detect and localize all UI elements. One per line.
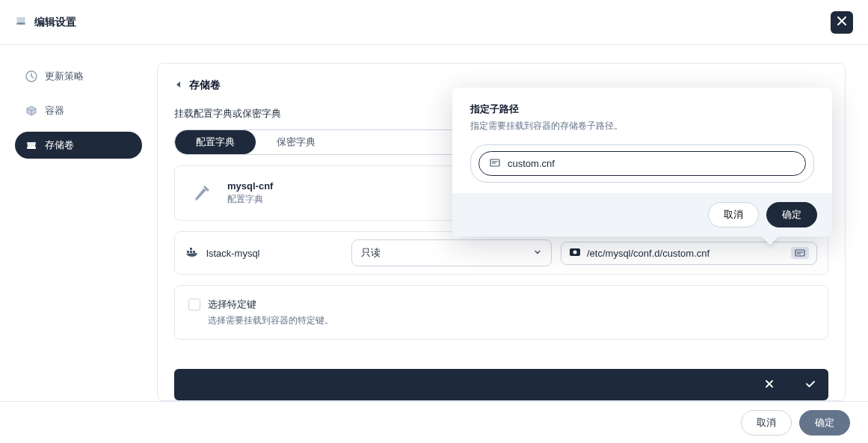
mount-container: lstack-mysql bbox=[185, 245, 342, 261]
close-button[interactable] bbox=[831, 11, 853, 34]
sidebar-item-label: 存储卷 bbox=[45, 138, 74, 152]
docker-icon bbox=[185, 245, 199, 261]
specific-keys-checkbox[interactable] bbox=[188, 299, 200, 311]
chevron-down-icon bbox=[533, 248, 542, 259]
svg-rect-11 bbox=[797, 252, 803, 253]
specific-keys-card: 选择特定键 选择需要挂载到容器的特定键。 bbox=[174, 285, 828, 340]
sidebar: 更新策略 容器 存储卷 bbox=[0, 45, 157, 401]
popover-confirm-button[interactable]: 确定 bbox=[766, 202, 817, 227]
popover-title: 指定子路径 bbox=[470, 103, 814, 116]
sidebar-item-label: 容器 bbox=[45, 104, 64, 117]
modal-footer: 取消 确定 bbox=[0, 401, 868, 443]
svg-rect-10 bbox=[795, 250, 804, 256]
svg-rect-3 bbox=[27, 147, 36, 149]
popover-body: 指定子路径 指定需要挂载到容器的存储卷子路径。 bbox=[452, 88, 832, 193]
subpath-input[interactable] bbox=[508, 158, 795, 169]
specific-keys-text: 选择特定键 选择需要挂载到容器的特定键。 bbox=[208, 298, 333, 327]
dismiss-icon[interactable] bbox=[764, 379, 775, 391]
svg-rect-12 bbox=[797, 254, 801, 254]
confirm-button[interactable]: 确定 bbox=[799, 410, 850, 436]
svg-rect-4 bbox=[187, 251, 189, 253]
svg-rect-5 bbox=[190, 251, 192, 253]
svg-rect-7 bbox=[190, 248, 192, 250]
mount-mode-select[interactable]: 只读 bbox=[351, 239, 552, 266]
mount-path-input-wrap[interactable] bbox=[561, 242, 817, 265]
popover-input-outer bbox=[470, 144, 814, 183]
svg-rect-6 bbox=[193, 251, 195, 253]
back-icon[interactable] bbox=[174, 80, 183, 91]
modal-header: 编辑设置 bbox=[0, 0, 868, 45]
check-icon[interactable] bbox=[804, 378, 816, 392]
popover-desc: 指定需要挂载到容器的存储卷子路径。 bbox=[470, 120, 814, 132]
popover-footer: 取消 确定 bbox=[452, 193, 832, 236]
config-type: 配置字典 bbox=[227, 193, 273, 206]
mount-row: lstack-mysql 只读 bbox=[174, 231, 828, 275]
action-bar bbox=[174, 369, 828, 400]
panel-title: 存储卷 bbox=[189, 79, 221, 92]
config-name: mysql-cnf bbox=[227, 180, 273, 192]
path-prefix-icon bbox=[569, 247, 581, 260]
subpath-field-icon bbox=[490, 158, 500, 169]
popover-cancel-button[interactable]: 取消 bbox=[708, 202, 759, 227]
volume-icon bbox=[25, 139, 37, 151]
popover-input-inner[interactable] bbox=[478, 151, 806, 176]
specific-keys-title: 选择特定键 bbox=[208, 298, 333, 311]
container-icon bbox=[25, 105, 37, 117]
modal-title: 编辑设置 bbox=[34, 16, 76, 29]
svg-rect-1 bbox=[19, 23, 23, 24]
cancel-button[interactable]: 取消 bbox=[741, 410, 792, 436]
svg-rect-14 bbox=[492, 162, 498, 162]
specific-keys-row: 选择特定键 选择需要挂载到容器的特定键。 bbox=[188, 298, 814, 327]
mount-mode-value: 只读 bbox=[361, 246, 381, 260]
sidebar-item-label: 更新策略 bbox=[45, 70, 84, 83]
config-item-text: mysql-cnf 配置字典 bbox=[227, 180, 273, 206]
hammer-icon bbox=[188, 180, 215, 207]
tab-configmap[interactable]: 配置字典 bbox=[175, 130, 256, 154]
subpath-popover: 指定子路径 指定需要挂载到容器的存储卷子路径。 取消 确定 bbox=[452, 88, 832, 236]
specific-keys-desc: 选择需要挂载到容器的特定键。 bbox=[208, 314, 333, 327]
header-left: 编辑设置 bbox=[15, 15, 76, 29]
sidebar-item-update-policy[interactable]: 更新策略 bbox=[15, 63, 142, 90]
sidebar-item-container[interactable]: 容器 bbox=[15, 97, 142, 124]
disk-icon bbox=[15, 15, 27, 29]
container-name: lstack-mysql bbox=[206, 248, 260, 259]
tab-secret[interactable]: 保密字典 bbox=[256, 130, 336, 154]
svg-rect-15 bbox=[492, 163, 496, 164]
svg-point-9 bbox=[573, 250, 577, 254]
mount-path-input[interactable] bbox=[587, 248, 785, 259]
close-icon bbox=[837, 16, 847, 28]
update-icon bbox=[25, 70, 37, 82]
sidebar-item-volumes[interactable]: 存储卷 bbox=[15, 132, 142, 159]
subpath-icon-button[interactable] bbox=[791, 247, 809, 259]
